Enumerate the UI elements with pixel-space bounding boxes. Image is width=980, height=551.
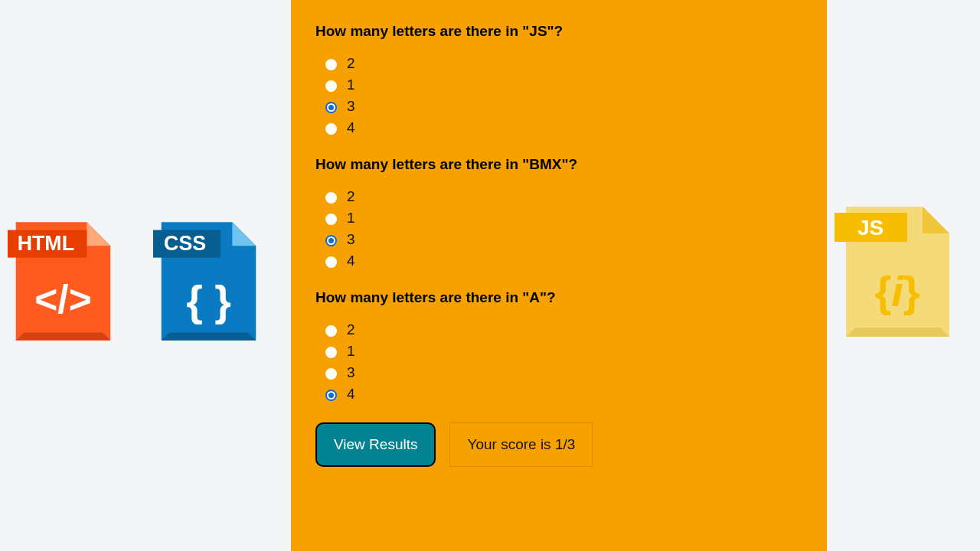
answer-radio[interactable] — [325, 368, 337, 380]
answer-radio[interactable] — [325, 390, 337, 401]
question-block: How many letters are there in "JS"? 2 1 … — [315, 23, 802, 136]
svg-text:CSS: CSS — [164, 232, 206, 255]
answer-option[interactable]: 1 — [322, 77, 802, 93]
svg-text:{i}: {i} — [874, 267, 920, 315]
answer-radio[interactable] — [325, 347, 337, 358]
answer-radio[interactable] — [325, 235, 337, 246]
score-display: Your score is 1/3 — [449, 422, 593, 467]
svg-text:HTML: HTML — [18, 232, 74, 255]
answer-option[interactable]: 3 — [322, 98, 802, 115]
quiz-panel: How many letters are there in "JS"? 2 1 … — [291, 0, 827, 551]
svg-marker-8 — [162, 332, 256, 340]
svg-marker-14 — [846, 328, 949, 337]
answer-option[interactable]: 4 — [322, 119, 802, 136]
answer-label: 1 — [347, 210, 355, 227]
svg-marker-1 — [87, 222, 110, 246]
answer-label: 4 — [347, 386, 355, 403]
answer-label: 3 — [347, 364, 355, 381]
answer-option[interactable]: 1 — [322, 210, 802, 227]
question-prompt: How many letters are there in "A"? — [315, 289, 802, 306]
answer-radio[interactable] — [325, 256, 337, 268]
question-block: How many letters are there in "A"? 2 1 3… — [315, 289, 802, 403]
answer-label: 2 — [347, 55, 355, 72]
answer-label: 3 — [347, 231, 355, 248]
question-block: How many letters are there in "BMX"? 2 1… — [315, 156, 802, 269]
answer-option[interactable]: 4 — [322, 386, 802, 403]
svg-marker-7 — [232, 222, 256, 246]
css-file-icon: CSS { } — [153, 214, 264, 348]
answer-option[interactable]: 2 — [322, 321, 802, 338]
answer-label: 2 — [347, 321, 355, 338]
js-file-icon: JS {i} — [835, 199, 957, 344]
answer-option[interactable]: 3 — [322, 364, 802, 381]
answer-option[interactable]: 2 — [322, 188, 802, 205]
answer-radio[interactable] — [325, 192, 337, 204]
answer-label: 1 — [347, 77, 355, 93]
svg-text:</>: </> — [34, 277, 91, 321]
question-prompt: How many letters are there in "BMX"? — [315, 156, 802, 173]
answer-option[interactable]: 3 — [322, 231, 802, 248]
answer-radio[interactable] — [325, 214, 337, 225]
answer-option[interactable]: 2 — [322, 55, 802, 72]
svg-marker-2 — [16, 332, 111, 340]
question-prompt: How many letters are there in "JS"? — [315, 23, 802, 40]
answer-option[interactable]: 1 — [322, 343, 802, 360]
answer-radio[interactable] — [325, 80, 337, 92]
svg-text:JS: JS — [858, 216, 884, 240]
answer-label: 2 — [347, 188, 355, 205]
answer-label: 3 — [347, 98, 355, 115]
answer-label: 1 — [347, 343, 355, 360]
quiz-footer: View Results Your score is 1/3 — [315, 422, 802, 467]
answer-radio[interactable] — [325, 59, 337, 70]
answer-radio[interactable] — [325, 102, 337, 113]
answer-option[interactable]: 4 — [322, 253, 802, 269]
html-file-icon: HTML </> — [8, 214, 119, 348]
svg-text:{ }: { } — [186, 277, 231, 324]
answer-radio[interactable] — [325, 325, 337, 337]
view-results-button[interactable]: View Results — [315, 422, 436, 467]
answer-label: 4 — [347, 253, 355, 269]
answer-radio[interactable] — [325, 123, 337, 135]
answer-label: 4 — [347, 119, 355, 136]
svg-marker-13 — [923, 207, 949, 233]
